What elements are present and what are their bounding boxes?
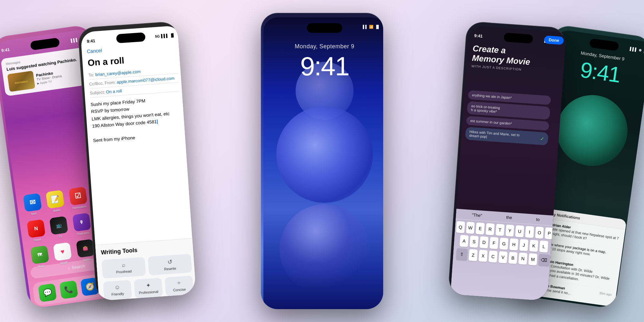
key-u[interactable]: U [515,225,524,237]
key-i[interactable]: I [525,226,534,238]
key-q[interactable]: Q [456,221,465,233]
app-tv[interactable]: 📺 TV [49,216,69,240]
friendly-button[interactable]: ☺ Friendly [103,280,132,300]
battery-icon-5: ▐▌ [642,49,644,53]
key-h[interactable]: H [509,238,518,251]
app-notes-label: Notes [53,208,61,213]
key-o[interactable]: O [535,227,544,239]
phone-4: 9:41 ▌▌▌ ⊗ ▐▌ Done Create aMemory Movie … [448,21,567,301]
key-c[interactable]: C [488,251,497,263]
dock-messages[interactable]: 💬 [38,283,57,302]
status-icons-2: 5G ▌▌▌ ▐▌ [155,33,175,38]
key-k[interactable]: K [529,240,538,252]
key-delete[interactable]: ⌫ [538,254,550,266]
app-news[interactable]: N News [27,219,46,243]
status-icons-3: ▌▌ 📶 ▐▌ [363,25,380,29]
keyboard-area: "The" the to Q W E R T Y U I O [450,209,556,301]
rewrite-label: Rewrite [164,266,176,271]
app-reminders[interactable]: ☑ Reminders [69,187,88,210]
signal-icon-2: ▌▌▌ [161,33,169,38]
news-icon: N [27,219,46,238]
signal-icon-5: ▌▌▌ [630,47,638,52]
battery-icon-3: ▐▌ [375,25,380,29]
chat-bubble-active-text: Hikes with Tim and Marie, set todream po… [469,130,520,141]
concise-button[interactable]: ÷ Concise [165,276,194,296]
notif-time-4: 35m ago [599,291,612,296]
app-news-label: News [34,238,42,242]
key-s[interactable]: S [469,236,478,248]
phone-2-screen: 9:41 5G ▌▌▌ ▐▌ Cancel On a roll To: bria… [80,25,196,301]
key-l[interactable]: L [539,241,548,253]
email-body[interactable]: Sushi my place Friday 7PM RSVP by tomorr… [90,95,183,144]
key-r[interactable]: R [486,223,495,235]
done-button[interactable]: Done [544,35,564,45]
suggestion-1[interactable]: "The" [472,213,482,218]
5g-icon: 5G [155,34,160,38]
concise-icon: ÷ [177,279,181,287]
orb-decoration [276,106,373,203]
wifi-icon-5: ⊗ [639,48,642,52]
dynamic-island-3 [307,23,342,33]
email-subject-value: On a roll [106,89,122,94]
proofread-label: Proofread [116,269,132,274]
writing-tools-title: Writing Tools [101,243,191,256]
app-notes[interactable]: 📝 Notes [46,190,65,213]
friendly-icon: ☺ [114,284,120,291]
proofread-icon: ⌕ [121,261,125,269]
professional-label: Professional [139,289,158,295]
key-b[interactable]: B [508,252,517,264]
apple-tv-icon: ▶ [37,82,39,85]
lock-time-3: 9:41 [300,51,349,81]
status-time-2: 9:41 [87,38,95,44]
keyboard-rows: Q W E R T Y U I O P A S D [452,219,555,270]
rewrite-icon: ↺ [167,258,172,266]
media-thumbnail: PACHINKO [7,71,35,92]
writing-tools-buttons: ⌕ Proofread ↺ Rewrite [101,254,192,279]
podcasts-icon: 🎙 [72,213,91,232]
key-v[interactable]: V [498,251,507,263]
dock-phone[interactable]: 📞 [59,280,78,299]
suggestion-2[interactable]: the [506,215,512,220]
email-to-address: brian_carey@apple.com [95,69,141,77]
key-f[interactable]: F [489,237,498,249]
key-x[interactable]: X [478,250,488,262]
search-icon: ⌕ [67,266,70,270]
status-time-1: 9:41 [1,47,10,53]
health-icon: ♥ [53,242,72,261]
email-subject-header: On a roll [87,52,177,68]
friendly-label: Friendly [111,292,124,297]
notes-icon: 📝 [46,190,65,209]
app-mail-label: Mail [31,212,37,215]
concise-label: Concise [173,287,186,292]
key-a[interactable]: A [459,235,469,247]
key-shift[interactable]: ⇧ [456,248,468,260]
proofread-button[interactable]: ⌕ Proofread [101,257,146,279]
wifi-icon-3: 📶 [369,25,374,29]
app-mail[interactable]: ✉ Mail [23,193,43,216]
check-icon: ✓ [540,136,545,142]
phone-3: 9:41 ▌▌ 📶 ▐▌ Monday, September 9 9:41 [261,13,383,309]
app-podcasts[interactable]: 🎙 Podcasts [72,213,92,236]
key-m[interactable]: M [528,253,537,265]
professional-button[interactable]: ✦ Professional [134,278,163,298]
rewrite-button[interactable]: ↺ Rewrite [148,254,192,275]
suggestion-3[interactable]: to [536,217,540,222]
key-z[interactable]: Z [469,249,478,261]
key-d[interactable]: D [479,236,488,249]
key-g[interactable]: G [499,238,508,250]
tv-icon: 📺 [49,216,68,235]
chat-bubbles: erything we ate in Japan* eo trick-or-tr… [461,90,564,148]
key-t[interactable]: T [496,224,505,236]
writing-tools-section: Writing Tools ⌕ Proofread ↺ Rewrite ☺ Fr… [95,238,196,301]
key-w[interactable]: W [466,222,475,234]
key-y[interactable]: Y [505,224,514,237]
search-label: Search [71,263,85,270]
battery-icon-2: ▐▌ [170,33,175,37]
key-j[interactable]: J [519,239,528,251]
key-e[interactable]: E [476,223,485,235]
key-n[interactable]: N [518,252,527,265]
wallet-icon: 👛 [76,239,95,258]
orb-bottom [279,204,370,294]
email-signature: Sent from my iPhone [93,131,183,144]
app-podcasts-label: Podcasts [77,231,89,236]
